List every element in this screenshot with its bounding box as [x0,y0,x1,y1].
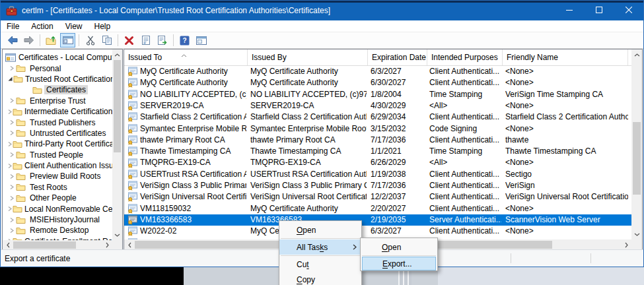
menu-item-all-tasks[interactable]: All Tasks [279,239,361,255]
issued-to-text: VM118159032 [140,203,191,214]
new-window-button[interactable] [194,33,209,48]
chevron-collapsed-icon[interactable] [7,98,16,104]
scrollbar-thumb[interactable] [633,122,641,195]
table-row-starfield-class-2-certification-a[interactable]: Starfield Class 2 Certification A...Star… [124,111,631,123]
scroll-right-arrow-icon[interactable] [621,239,631,250]
tree-item-other-people[interactable]: Other People [3,193,112,203]
chevron-collapsed-icon[interactable] [7,163,13,169]
chevron-collapsed-icon[interactable] [7,141,13,147]
table-row-myq-certificate-authority[interactable]: MyQ Certificate AuthorityMyQ Certificate… [124,66,631,77]
column-header-issued-by[interactable]: Issued By [248,49,368,66]
menu-item-open[interactable]: Open [361,239,437,255]
column-header-intended-purposes[interactable]: Intended Purposes [427,49,503,66]
toolbar: ? [1,32,643,49]
menu-item-export[interactable]: Export... [362,257,436,270]
column-header-friendly-name[interactable]: Friendly Name [503,49,628,66]
show-console-tree-button[interactable] [60,33,75,48]
chevron-expanded-icon[interactable] [7,76,13,82]
tree-item-intermediate-certification[interactable]: Intermediate Certification [3,106,112,117]
tree-horizontal-scrollbar[interactable] [3,240,112,250]
maximize-button[interactable] [584,1,614,20]
export-list-icon [157,35,168,46]
tree-item-msiehistoryjournal[interactable]: MSIEHistoryJournal [3,214,112,225]
tree-item-preview-build-roots[interactable]: Preview Build Roots [3,171,112,181]
scroll-left-arrow-icon[interactable] [3,240,13,250]
table-row-verisign-class-3-public-primary[interactable]: VeriSign Class 3 Public Primary ...VeriS… [124,180,631,191]
table-row-usertrust-rsa-certification-aut[interactable]: USERTrust RSA Certification Aut...USERTr… [124,169,631,180]
menu-item-cut[interactable]: Cut [279,257,361,272]
tree-item-root[interactable]: Certificates - Local Computer [3,52,112,63]
chevron-collapsed-icon[interactable] [7,130,16,136]
table-row-thawte-timestamping-ca[interactable]: Thawte Timestamping CAThawte Timestampin… [124,146,631,157]
cell-intended-purposes: Client Authenticati... [429,203,501,214]
table-row-vm163366583[interactable]: VM163366583VM1633665832/19/2035Server Au… [124,214,631,226]
up-folder-button[interactable] [44,33,59,48]
menubar-item-action[interactable]: Action [25,20,59,32]
scrollbar-thumb[interactable] [114,60,121,152]
chevron-collapsed-icon[interactable] [7,217,16,223]
back-button[interactable] [5,33,20,48]
tree-item-certificates[interactable]: Certificates [3,84,112,95]
copy-button[interactable] [99,33,114,48]
table-row-myq-certificate-authority[interactable]: MyQ Certificate AuthorityMyQ Certificate… [124,77,631,88]
forward-button[interactable] [21,33,36,48]
minimize-icon [566,6,573,15]
table-row-no-liability-accepted-c-97[interactable]: NO LIABILITY ACCEPTED, (c)97 ...NO LIABI… [124,89,631,100]
certificate-icon [127,192,137,202]
cut-button[interactable] [83,33,98,48]
menu-item-copy[interactable]: Copy [279,272,361,285]
chevron-collapsed-icon[interactable] [7,65,16,71]
table-row-verisign-universal-root-certific[interactable]: VeriSign Universal Root Certific...VeriS… [124,191,631,203]
tree-item-remote-desktop[interactable]: Remote Desktop [3,225,112,236]
cell-issued-to: W2022-02 [127,226,246,237]
certificate-icon [127,78,137,88]
properties-button[interactable] [138,33,153,48]
chevron-collapsed-icon[interactable] [7,174,16,179]
tree-item-trusted-people[interactable]: Trusted People [3,150,112,160]
table-row-thawte-primary-root-ca[interactable]: thawte Primary Root CAthawte Primary Roo… [124,135,631,146]
chevron-collapsed-icon[interactable] [7,195,16,201]
tree-item-enterprise-trust[interactable]: Enterprise Trust [3,96,112,106]
close-button[interactable] [614,1,643,20]
scroll-up-arrow-icon[interactable] [112,49,122,60]
tree-vertical-scrollbar[interactable] [112,49,122,240]
tree-item-label: Trusted Root Certification [23,75,112,84]
export-list-button[interactable] [155,33,170,48]
tree-item-trusted-root-certification[interactable]: Trusted Root Certification [3,74,112,84]
tree-item-trusted-publishers[interactable]: Trusted Publishers [3,117,112,127]
table-row-tmqprg-ex19-ca[interactable]: TMQPRG-EX19-CATMQPRG-EX19-CA6/26/2029<Al… [124,157,631,168]
chevron-collapsed-icon[interactable] [7,109,13,115]
scroll-right-arrow-icon[interactable] [102,240,112,250]
scroll-up-arrow-icon[interactable] [631,49,642,60]
scroll-down-arrow-icon[interactable] [631,229,642,239]
chevron-collapsed-icon[interactable] [7,206,13,212]
tree-item-third-party-root-certifica[interactable]: Third-Party Root Certifica [3,139,112,149]
column-header-expiration-date[interactable]: Expiration Date [368,49,427,66]
table-row-vm118159032[interactable]: VM118159032MyQ Certificate Authority2/20… [124,203,631,214]
tree-item-client-authentication-issu[interactable]: Client Authentication Issu [3,160,112,171]
table-row-symantec-enterprise-mobile-ro[interactable]: Symantec Enterprise Mobile Ro...Symantec… [124,123,631,135]
table-row-w2022-02[interactable]: W2022-02MyQ Certificate Authority6/3/202… [124,226,631,237]
chevron-collapsed-icon[interactable] [7,184,16,190]
menu-item-open[interactable]: Open [279,222,361,238]
help-button[interactable]: ? [177,33,192,48]
chevron-collapsed-icon[interactable] [7,152,16,158]
table-row-server2019-ca[interactable]: SERVER2019-CASERVER2019-CA4/30/2029<All>… [124,100,631,111]
menubar-item-help[interactable]: Help [89,20,117,32]
menubar-item-file[interactable]: File [1,20,25,32]
minimize-button[interactable] [554,1,584,20]
list-vertical-scrollbar[interactable] [631,49,642,239]
menubar-item-view[interactable]: View [59,20,89,32]
tree-item-test-roots[interactable]: Test Roots [3,182,112,193]
scroll-left-arrow-icon[interactable] [124,239,135,250]
delete-button[interactable] [122,33,137,48]
tree-item-personal[interactable]: Personal [3,63,112,73]
scroll-down-arrow-icon[interactable] [112,230,122,240]
chevron-collapsed-icon[interactable] [7,228,16,234]
tree-item-local-nonremovable-cert[interactable]: Local NonRemovable Cert [3,203,112,214]
tree-item-untrusted-certificates[interactable]: Untrusted Certificates [3,128,112,139]
chevron-collapsed-icon[interactable] [7,119,16,125]
cell-friendly-name: <None> [505,66,628,77]
certificate-key-icon [127,215,137,225]
scrollbar-thumb[interactable] [13,241,76,249]
